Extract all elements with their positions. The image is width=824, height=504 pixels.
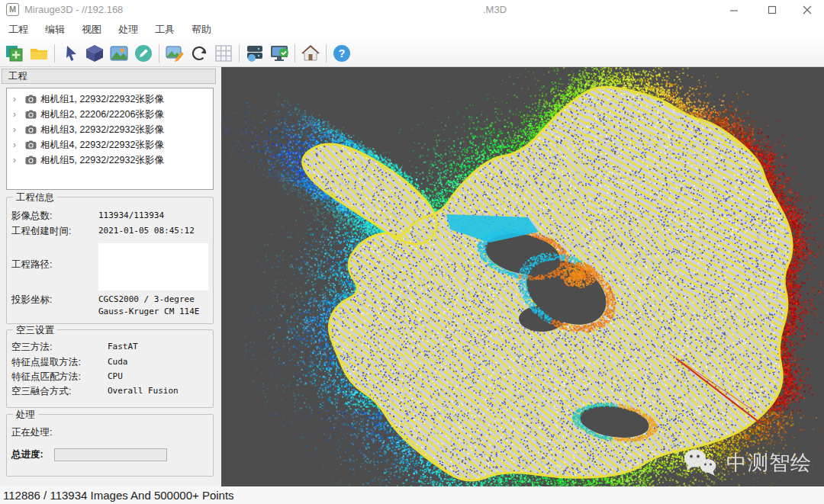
tree-item-camera-group-3[interactable]: › 相机组3, 22932/22932张影像 [7, 122, 213, 137]
tree-item-camera-group-5[interactable]: › 相机组5, 22932/22932张影像 [7, 152, 213, 168]
point-cloud-canvas[interactable] [221, 67, 824, 486]
help-button[interactable]: ? [330, 42, 354, 65]
chevron-right-icon[interactable]: › [13, 91, 24, 107]
created-time-value: 2021-01-05 08:45:12 [98, 225, 195, 237]
tree-item-camera-group-1[interactable]: › 相机组1, 22932/22932张影像 [7, 91, 213, 107]
project-panel: 工程 › 相机组1, 22932/22932张影像 › 相机组2, 22206/… [0, 67, 221, 486]
feature-extract-label: 特征点提取方法: [11, 356, 108, 369]
feature-match-label: 特征点匹配方法: [11, 371, 108, 384]
chevron-right-icon[interactable]: › [13, 152, 24, 168]
feature-extract-value: Cuda [108, 356, 128, 368]
image-total-value: 113934/113934 [98, 210, 164, 222]
camera-icon [25, 95, 37, 104]
refresh-icon [189, 43, 209, 63]
feature-match-value: CPU [108, 371, 123, 383]
watermark: 中测智绘 [682, 448, 812, 477]
camera-icon [25, 156, 37, 165]
edit-pen-button[interactable] [131, 42, 156, 65]
pointer-tool-button[interactable] [58, 42, 82, 65]
monitor-check-icon [269, 43, 289, 63]
project-info-group: 工程信息 影像总数: 113934/113934 工程创建时间: 2021-01… [6, 197, 214, 324]
status-bar: 112886 / 113934 Images And 500000+ Point… [0, 486, 824, 504]
grid-view-button[interactable] [211, 42, 236, 65]
chevron-right-icon[interactable]: › [13, 122, 24, 137]
chevron-right-icon[interactable]: › [13, 107, 24, 122]
monitor-check-button[interactable] [267, 42, 291, 65]
camera-icon [25, 110, 37, 119]
help-icon: ? [332, 43, 352, 63]
image-edit-button[interactable] [163, 42, 187, 65]
at-settings-group: 空三设置 空三方法: FastAT 特征点提取方法: Cuda 特征点匹配方法:… [6, 329, 214, 408]
new-project-icon [5, 43, 24, 63]
chevron-right-icon[interactable]: › [13, 137, 24, 152]
minimize-button[interactable] [717, 0, 751, 20]
project-path-value [98, 243, 208, 291]
project-info-title: 工程信息 [13, 191, 57, 204]
pen-circle-icon [134, 43, 153, 63]
menu-edit[interactable]: 编辑 [37, 20, 73, 40]
menu-bar: 工程 编辑 视图 处理 工具 帮助 [0, 20, 824, 40]
image-icon [109, 43, 129, 63]
svg-text:?: ? [339, 47, 346, 59]
watermark-text: 中测智绘 [726, 449, 812, 477]
processing-title: 处理 [13, 409, 38, 422]
processing-group: 处理 正在处理: 总进度: [6, 414, 214, 477]
grid-icon [214, 43, 233, 63]
camera-icon [25, 140, 37, 149]
toolbar-separator [159, 44, 159, 63]
camera-icon [25, 125, 37, 134]
created-time-label: 工程创建时间: [11, 225, 98, 238]
total-progress-bar [54, 448, 167, 461]
open-folder-icon [29, 43, 49, 63]
progress-label: 总进度: [11, 448, 43, 461]
home-icon [301, 43, 320, 63]
close-button[interactable] [790, 0, 824, 20]
new-project-button[interactable] [2, 42, 27, 65]
at-settings-title: 空三设置 [13, 324, 57, 337]
refresh-button[interactable] [187, 42, 211, 65]
at-method-label: 空三方法: [11, 341, 108, 354]
open-project-button[interactable] [27, 42, 51, 65]
projection-label: 投影坐标: [11, 294, 98, 307]
tree-item-camera-group-4[interactable]: › 相机组4, 22932/22932张影像 [7, 137, 213, 152]
camera-group-tree: › 相机组1, 22932/22932张影像 › 相机组2, 22206/222… [6, 88, 214, 190]
server-icon [245, 43, 265, 63]
at-fusion-value: Overall Fusion [108, 385, 179, 397]
at-method-value: FastAT [108, 341, 138, 353]
wechat-icon [682, 448, 719, 477]
window-title-suffix: .M3D [483, 4, 507, 15]
image-total-label: 影像总数: [11, 210, 98, 223]
maximize-button[interactable] [755, 0, 789, 20]
cube-icon [85, 43, 105, 63]
image-viewer-button[interactable] [107, 42, 131, 65]
projection-value: CGCS2000 / 3-degree Gauss-Kruger CM 114E [98, 294, 210, 318]
menu-project[interactable]: 工程 [0, 20, 37, 40]
processing-current-label: 正在处理: [11, 426, 52, 439]
project-path-label: 工程路径: [11, 258, 98, 271]
menu-tools[interactable]: 工具 [146, 20, 183, 40]
point-cloud-viewport[interactable]: 中测智绘 [221, 67, 824, 486]
toolbar-separator [239, 44, 240, 63]
home-view-button[interactable] [298, 42, 323, 65]
toolbar-separator [295, 44, 295, 63]
menu-process[interactable]: 处理 [110, 20, 146, 40]
status-text: 112886 / 113934 Images And 500000+ Point… [0, 489, 234, 502]
pointer-icon [61, 44, 79, 63]
project-dock-title[interactable]: 工程 [2, 69, 216, 84]
image-edit-icon [165, 43, 185, 63]
window-title: Mirauge3D - //192.168 [24, 4, 123, 15]
tree-item-camera-group-2[interactable]: › 相机组2, 22206/22206张影像 [7, 107, 213, 122]
at-fusion-label: 空三融合方式: [11, 385, 108, 398]
app-logo-icon: M [6, 3, 19, 16]
server-tasks-button[interactable] [243, 42, 267, 65]
menu-view[interactable]: 视图 [73, 20, 110, 40]
mirauge3d-window: M Mirauge3D - //192.168 .M3D 工程 编辑 视图 处理… [0, 0, 824, 504]
toolbar: ? [0, 40, 824, 67]
toolbar-separator [326, 44, 327, 63]
cube-3d-button[interactable] [82, 42, 107, 65]
menu-help[interactable]: 帮助 [183, 20, 220, 40]
toolbar-separator [54, 44, 55, 63]
title-bar: M Mirauge3D - //192.168 .M3D [0, 0, 824, 20]
